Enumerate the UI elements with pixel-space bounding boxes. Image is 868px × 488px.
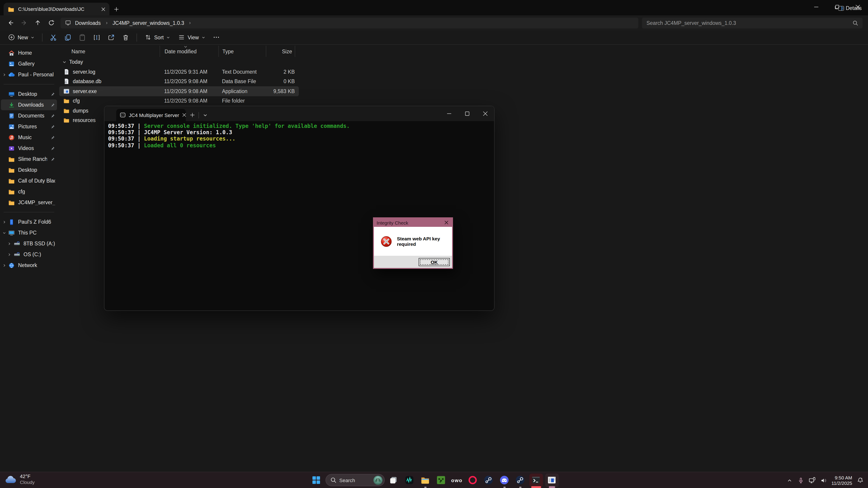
taskbar-search[interactable]: Search bbox=[325, 474, 384, 486]
search-box[interactable]: Search JC4MP_server_windows_1.0.3 bbox=[642, 18, 863, 28]
chevron-down-icon[interactable] bbox=[2, 231, 6, 235]
sidebar-item-call-of-duty-black-op[interactable]: Call of Duty Black Op bbox=[1, 175, 57, 186]
sidebar-item-cfg[interactable]: cfg bbox=[1, 186, 57, 197]
file-row-server-log[interactable]: server.log11/2/2025 9:31 AMText Document… bbox=[59, 67, 299, 76]
breadcrumb-item-downloads[interactable]: Downloads bbox=[75, 20, 101, 26]
console-output[interactable]: 09:50:37 | Server console initialized. T… bbox=[104, 121, 494, 151]
sidebar-item-home[interactable]: Home bbox=[1, 47, 57, 58]
file-row-database-db[interactable]: database.db11/2/2025 9:08 AMData Base Fi… bbox=[59, 76, 299, 86]
terminal-taskbar-icon[interactable] bbox=[529, 473, 543, 487]
task-view-button[interactable] bbox=[387, 473, 400, 487]
address-bar[interactable]: DownloadsJC4MP_server_windows_1.0.3 bbox=[61, 18, 638, 28]
pin-icon bbox=[50, 146, 55, 151]
discord-icon[interactable] bbox=[498, 473, 511, 487]
new-button[interactable]: New bbox=[4, 31, 38, 43]
tab-close-icon[interactable] bbox=[101, 7, 105, 11]
dialog-titlebar[interactable]: Integrity Check bbox=[374, 218, 452, 227]
forward-button[interactable] bbox=[17, 17, 31, 29]
sidebar-item-gallery[interactable]: Gallery bbox=[1, 58, 57, 69]
ok-button[interactable]: OK bbox=[418, 258, 450, 266]
voicemod-icon[interactable] bbox=[403, 473, 416, 487]
terminal-tab-dropdown-button[interactable] bbox=[199, 109, 212, 121]
delete-button[interactable] bbox=[119, 31, 132, 43]
steam-icon-2[interactable] bbox=[513, 473, 527, 487]
file-row-cfg[interactable]: cfg11/2/2025 9:08 AMFile folder bbox=[59, 96, 299, 106]
chevron-right-icon[interactable] bbox=[7, 252, 11, 256]
network-icon[interactable] bbox=[807, 475, 817, 485]
terminal-close-button[interactable] bbox=[476, 106, 494, 121]
breadcrumb-chevron-icon[interactable] bbox=[105, 21, 108, 25]
weather-widget[interactable]: 42°F Cloudy bbox=[4, 474, 35, 485]
column-header-name[interactable]: Name bbox=[58, 46, 160, 57]
breadcrumb-item-jc4mp-server-windows-1-0-3[interactable]: JC4MP_server_windows_1.0.3 bbox=[113, 20, 184, 26]
column-header-date-modified[interactable]: Date modified bbox=[160, 46, 218, 57]
sort-button[interactable]: Sort bbox=[141, 31, 174, 43]
terminal-new-tab-button[interactable] bbox=[186, 109, 198, 121]
refresh-button[interactable] bbox=[44, 17, 58, 29]
new-tab-button[interactable] bbox=[110, 3, 123, 15]
details-pane-button[interactable]: Details bbox=[834, 0, 865, 16]
server-app-taskbar-icon[interactable] bbox=[545, 473, 559, 487]
sidebar-item-desktop[interactable]: Desktop bbox=[1, 164, 57, 175]
taskbar-clock[interactable]: 9:50 AM 11/2/2025 bbox=[830, 475, 854, 486]
owo-icon[interactable]: owo bbox=[450, 473, 464, 487]
sidebar-item-paul-personal[interactable]: Paul - Personal bbox=[1, 69, 57, 80]
paste-button[interactable] bbox=[75, 31, 89, 43]
microphone-in-use-icon[interactable] bbox=[796, 475, 806, 485]
phone-icon bbox=[8, 219, 15, 225]
share-button[interactable] bbox=[104, 31, 118, 43]
terminal-tab[interactable]: c:\ JC4 Multiplayer Server bbox=[116, 109, 186, 121]
start-button[interactable] bbox=[309, 473, 323, 487]
integrity-check-dialog[interactable]: Integrity Check Steam web API key requir… bbox=[373, 217, 453, 269]
sidebar-item-jc4mp-server-window[interactable]: JC4MP_server_window bbox=[1, 197, 57, 208]
sidebar-item-8tb-ssd-a[interactable]: 8TB SSD (A:) bbox=[1, 238, 57, 249]
copy-button[interactable] bbox=[61, 31, 74, 43]
console-message: Server console initialized. Type 'help' … bbox=[144, 123, 350, 129]
file-row-server-exe[interactable]: server.exe11/2/2025 9:08 AMApplication9,… bbox=[59, 86, 299, 96]
chevron-right-icon[interactable] bbox=[2, 263, 6, 267]
chevron-right-icon[interactable] bbox=[2, 220, 6, 224]
group-header-today[interactable]: Today bbox=[58, 57, 868, 67]
this-pc-icon bbox=[65, 20, 71, 26]
sidebar-item-slime-rancher-mo[interactable]: Slime Rancher Mo bbox=[1, 154, 57, 164]
dialog-close-icon[interactable] bbox=[443, 219, 450, 226]
chevron-right-icon[interactable] bbox=[7, 241, 11, 246]
column-header-type[interactable]: Type bbox=[218, 46, 266, 57]
up-button[interactable] bbox=[31, 17, 44, 29]
rename-button[interactable] bbox=[90, 31, 103, 43]
terminal-minimize-button[interactable] bbox=[440, 106, 458, 121]
sidebar-item-pictures[interactable]: Pictures bbox=[1, 121, 57, 132]
tray-chevron-up-icon[interactable] bbox=[784, 475, 794, 485]
sidebar-item-documents[interactable]: Documents bbox=[1, 110, 57, 121]
view-button[interactable]: View bbox=[175, 31, 209, 43]
terminal-titlebar[interactable]: c:\ JC4 Multiplayer Server bbox=[104, 106, 494, 121]
minecraft-icon[interactable] bbox=[434, 473, 448, 487]
chevron-right-icon[interactable] bbox=[2, 72, 6, 76]
notification-bell-dnd-icon[interactable]: z bbox=[855, 475, 865, 485]
volume-icon[interactable] bbox=[818, 475, 828, 485]
sidebar-item-paul-s-z-fold6[interactable]: Paul's Z Fold6 bbox=[1, 217, 57, 227]
sidebar-item-os-c[interactable]: OS (C:) bbox=[1, 249, 57, 260]
steam-icon[interactable] bbox=[482, 473, 495, 487]
more-options-button[interactable] bbox=[210, 31, 223, 43]
search-icon[interactable] bbox=[852, 20, 858, 26]
folder-icon bbox=[8, 199, 15, 206]
opera-gx-icon[interactable] bbox=[466, 473, 479, 487]
column-header-size[interactable]: Size bbox=[266, 46, 295, 57]
sidebar-item-desktop[interactable]: Desktop bbox=[1, 89, 57, 99]
cut-button[interactable] bbox=[46, 31, 60, 43]
home-icon bbox=[8, 50, 15, 56]
sidebar-item-downloads[interactable]: Downloads bbox=[1, 99, 57, 110]
terminal-window[interactable]: c:\ JC4 Multiplayer Server 09:50:37 | Se… bbox=[104, 106, 495, 311]
file-explorer-icon[interactable] bbox=[418, 473, 432, 487]
explorer-tab-title: C:\Users\blue3\Downloads\JC bbox=[18, 6, 98, 12]
terminal-maximize-button[interactable] bbox=[458, 106, 476, 121]
sidebar-item-music[interactable]: Music bbox=[1, 132, 57, 143]
sidebar-item-videos[interactable]: Videos bbox=[1, 143, 57, 154]
back-button[interactable] bbox=[4, 17, 17, 29]
breadcrumb-chevron-icon[interactable] bbox=[188, 21, 192, 25]
sidebar-item-network[interactable]: Network bbox=[1, 260, 57, 271]
explorer-tab[interactable]: C:\Users\blue3\Downloads\JC bbox=[4, 3, 110, 15]
sidebar-item-this-pc[interactable]: This PC bbox=[1, 227, 57, 238]
minimize-button[interactable] bbox=[806, 0, 827, 13]
